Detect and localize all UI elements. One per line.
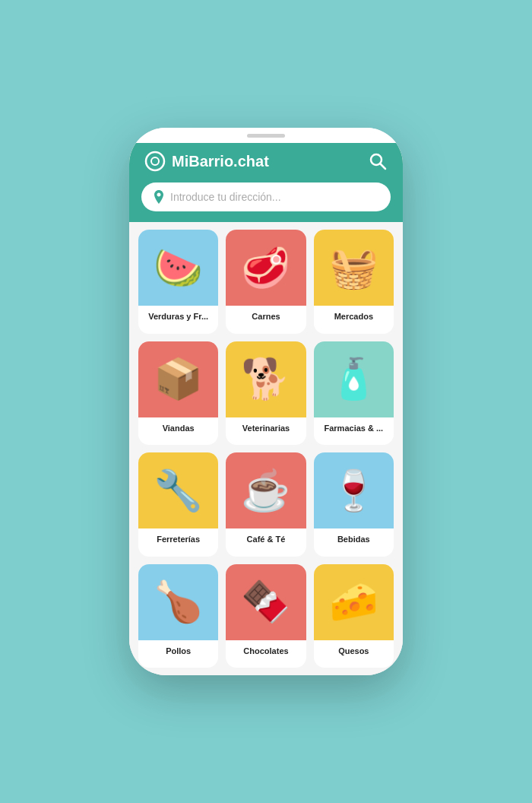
category-label-chocolate: Chocolates [240, 640, 291, 662]
category-label-ferreterias: Ferreterías [154, 528, 203, 550]
categories-grid: 🍉Verduras y Fr...🥩Carnes🧺Mercados📦Vianda… [129, 222, 403, 675]
category-image-ferreterias: 🔧 [138, 452, 218, 528]
category-image-cafe: ☕ [226, 452, 306, 528]
category-label-veterinarias: Veterinarias [239, 417, 293, 439]
category-image-chocolate: 🍫 [226, 564, 306, 640]
category-label-viandas: Viandas [160, 417, 198, 439]
category-image-queso: 🧀 [314, 564, 394, 640]
category-label-farmacias: Farmacias & ... [321, 417, 387, 439]
category-card-viandas[interactable]: 📦Viandas [138, 341, 218, 446]
category-card-pollo[interactable]: 🍗Pollos [138, 564, 218, 668]
category-card-queso[interactable]: 🧀Quesos [314, 564, 394, 668]
category-image-bebidas: 🍷 [314, 452, 394, 528]
app-title: MiBarrio.chat [172, 153, 269, 170]
category-label-carnes: Carnes [249, 306, 283, 327]
category-image-verduras: 🍉 [138, 230, 218, 306]
phone-notch [129, 128, 403, 143]
svg-point-0 [146, 152, 164, 170]
search-placeholder: Introduce tu dirección... [170, 191, 281, 203]
category-card-ferreterias[interactable]: 🔧Ferreterías [138, 452, 218, 557]
phone-frame: MiBarrio.chat Introduce tu dirección... … [129, 128, 403, 675]
chat-icon [144, 151, 166, 172]
svg-line-3 [381, 164, 386, 170]
category-card-farmacias[interactable]: 🧴Farmacias & ... [314, 341, 394, 446]
address-input-wrapper[interactable]: Introduce tu dirección... [141, 182, 391, 211]
speaker [247, 134, 285, 138]
app-title-group: MiBarrio.chat [144, 151, 269, 172]
search-bar-container: Introduce tu dirección... [129, 182, 403, 222]
category-image-mercados: 🧺 [314, 230, 394, 306]
category-image-carnes: 🥩 [226, 230, 306, 306]
category-card-veterinarias[interactable]: 🐕Veterinarias [226, 341, 306, 446]
category-card-cafe[interactable]: ☕Café & Té [226, 452, 306, 557]
category-card-bebidas[interactable]: 🍷Bebidas [314, 452, 394, 557]
location-icon [154, 190, 164, 204]
category-card-carnes[interactable]: 🥩Carnes [226, 230, 306, 334]
header: MiBarrio.chat [129, 143, 403, 182]
category-label-queso: Quesos [335, 640, 372, 662]
category-image-viandas: 📦 [138, 341, 218, 417]
category-card-verduras[interactable]: 🍉Verduras y Fr... [138, 230, 218, 334]
category-image-veterinarias: 🐕 [226, 341, 306, 417]
category-card-chocolate[interactable]: 🍫Chocolates [226, 564, 306, 668]
category-card-mercados[interactable]: 🧺Mercados [314, 230, 394, 334]
search-icon-header[interactable] [368, 151, 388, 171]
svg-point-1 [151, 157, 159, 165]
category-label-pollo: Pollos [163, 640, 194, 662]
category-label-mercados: Mercados [331, 306, 376, 327]
category-image-pollo: 🍗 [138, 564, 218, 640]
category-image-farmacias: 🧴 [314, 341, 394, 417]
category-label-cafe: Café & Té [244, 528, 289, 550]
category-label-verduras: Verduras y Fr... [145, 306, 211, 327]
category-label-bebidas: Bebidas [334, 528, 373, 550]
